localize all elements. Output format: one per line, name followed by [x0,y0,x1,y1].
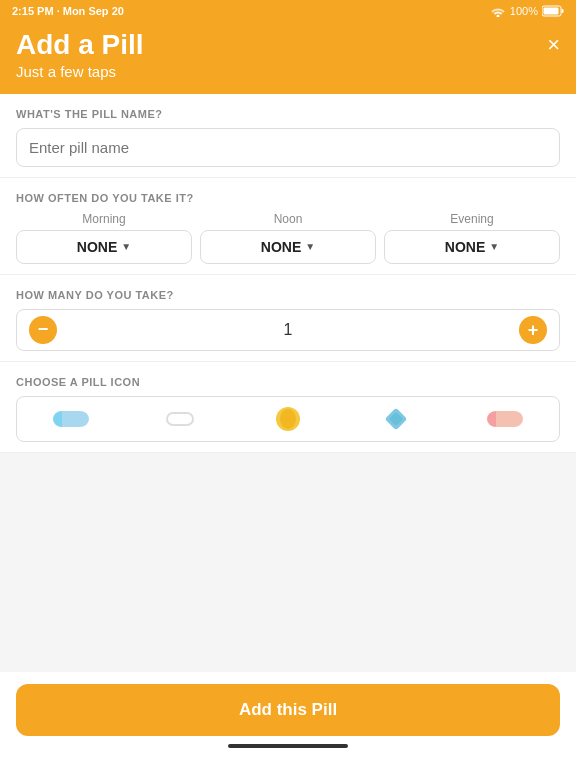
status-time: 2:15 PM · Mon Sep 20 [12,5,124,17]
frequency-section: HOW OFTEN DO YOU TAKE IT? Morning NONE ▼… [0,178,576,274]
noon-item: Noon NONE ▼ [200,212,376,264]
morning-value: NONE [77,239,117,255]
pill-name-section: WHAT'S THE PILL NAME? [0,94,576,177]
blue-diamond-icon [383,406,409,432]
main-content: WHAT'S THE PILL NAME? HOW OFTEN DO YOU T… [0,94,576,453]
plus-icon: + [528,321,539,339]
close-button[interactable]: × [547,34,560,56]
empty-pill-icon-1 [166,412,194,426]
quantity-label: HOW MANY DO YOU TAKE? [16,289,560,301]
evening-arrow: ▼ [489,241,499,252]
orange-tablet-icon [274,405,302,433]
battery-icon [542,5,564,17]
pill-icon-label: CHOOSE A PILL ICON [16,376,560,388]
evening-item: Evening NONE ▼ [384,212,560,264]
minus-icon: − [38,320,49,338]
blue-capsule-icon [53,410,89,428]
noon-value: NONE [261,239,301,255]
pill-icon-blue-capsule[interactable] [17,410,125,428]
battery-text: 100% [510,5,538,17]
frequency-row: Morning NONE ▼ Noon NONE ▼ Evening NONE … [16,212,560,264]
status-icons: 100% [490,5,564,17]
svg-rect-2 [562,9,564,13]
morning-select[interactable]: NONE ▼ [16,230,192,264]
pill-name-input[interactable] [16,128,560,167]
pill-icon-orange-tablet[interactable] [234,405,342,433]
pill-icon-empty-1[interactable] [125,412,233,426]
noon-arrow: ▼ [305,241,315,252]
evening-label: Evening [450,212,493,226]
home-indicator [228,744,348,748]
morning-label: Morning [82,212,125,226]
svg-rect-1 [544,8,559,15]
quantity-section: HOW MANY DO YOU TAKE? − 1 + [0,275,576,361]
morning-item: Morning NONE ▼ [16,212,192,264]
noon-select[interactable]: NONE ▼ [200,230,376,264]
quantity-increase-button[interactable]: + [519,316,547,344]
quantity-row: − 1 + [16,309,560,351]
evening-select[interactable]: NONE ▼ [384,230,560,264]
svg-point-6 [71,411,89,427]
pill-icon-blue-diamond[interactable] [342,406,450,432]
svg-point-8 [280,409,296,429]
evening-value: NONE [445,239,485,255]
quantity-value: 1 [57,321,519,339]
pill-icon-section: CHOOSE A PILL ICON [0,362,576,452]
add-pill-button[interactable]: Add this Pill [16,684,560,736]
noon-label: Noon [274,212,303,226]
quantity-decrease-button[interactable]: − [29,316,57,344]
header: Add a Pill Just a few taps × [0,22,576,94]
status-bar: 2:15 PM · Mon Sep 20 100% [0,0,576,22]
pill-icon-row [16,396,560,442]
bottom-bar: Add this Pill [0,672,576,768]
pink-capsule-icon [487,410,523,428]
wifi-icon [490,5,506,17]
page-title: Add a Pill [16,30,144,61]
morning-arrow: ▼ [121,241,131,252]
page-subtitle: Just a few taps [16,63,144,80]
pill-name-label: WHAT'S THE PILL NAME? [16,108,560,120]
svg-point-13 [505,411,523,427]
frequency-label: HOW OFTEN DO YOU TAKE IT? [16,192,560,204]
header-text: Add a Pill Just a few taps [16,30,144,80]
pill-icon-pink-capsule[interactable] [451,410,559,428]
divider-4 [0,452,576,453]
